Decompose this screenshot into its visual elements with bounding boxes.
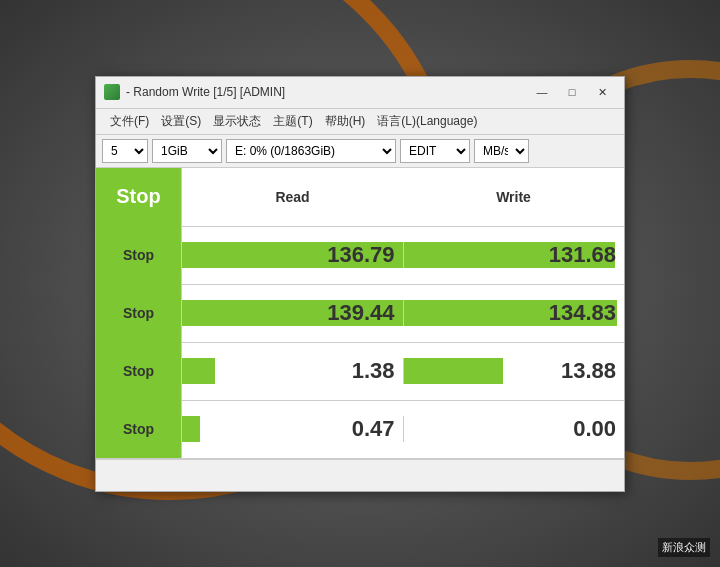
read-value-0: 136.79 — [327, 242, 394, 268]
drive-select[interactable]: E: 0% (0/1863GiB) — [226, 139, 396, 163]
data-rows-container: Stop136.79131.68Stop139.44134.83Stop1.38… — [96, 227, 624, 459]
data-cells: 0.470.00 — [182, 416, 624, 442]
read-cell-2: 1.38 — [182, 358, 404, 384]
menubar: 文件(F)设置(S)显示状态主题(T)帮助(H)语言(L)(Language) — [96, 109, 624, 135]
close-button[interactable]: ✕ — [588, 82, 616, 102]
edit-select[interactable]: EDIT — [400, 139, 470, 163]
write-value-2: 13.88 — [561, 358, 616, 384]
app-icon — [104, 84, 120, 100]
menu-item-f[interactable]: 文件(F) — [104, 111, 155, 132]
stop-button-main[interactable]: Stop — [96, 168, 182, 226]
data-cells: 1.3813.88 — [182, 358, 624, 384]
data-cells: 136.79131.68 — [182, 242, 624, 268]
data-row: Stop1.3813.88 — [96, 343, 624, 401]
unit-select[interactable]: MB/s — [474, 139, 529, 163]
menu-item-[interactable]: 显示状态 — [207, 111, 267, 132]
read-bar-3 — [182, 416, 200, 442]
write-header: Write — [403, 185, 624, 209]
maximize-button[interactable]: □ — [558, 82, 586, 102]
data-row: Stop136.79131.68 — [96, 227, 624, 285]
write-cell-1: 134.83 — [404, 300, 625, 326]
app-window: - Random Write [1/5] [ADMIN] — □ ✕ 文件(F)… — [95, 76, 625, 492]
titlebar-controls: — □ ✕ — [528, 82, 616, 102]
write-cell-2: 13.88 — [404, 358, 625, 384]
write-cell-0: 131.68 — [404, 242, 625, 268]
column-headers: Read Write — [182, 185, 624, 209]
read-cell-3: 0.47 — [182, 416, 404, 442]
write-cell-3: 0.00 — [404, 416, 625, 442]
read-value-3: 0.47 — [352, 416, 395, 442]
data-row: Stop0.470.00 — [96, 401, 624, 459]
read-value-2: 1.38 — [352, 358, 395, 384]
toolbar: 5 1GiB E: 0% (0/1863GiB) EDIT MB/s — [96, 135, 624, 168]
read-cell-1: 139.44 — [182, 300, 404, 326]
menu-item-s[interactable]: 设置(S) — [155, 111, 207, 132]
write-value-0: 131.68 — [549, 242, 616, 268]
size-select[interactable]: 1GiB — [152, 139, 222, 163]
read-cell-0: 136.79 — [182, 242, 404, 268]
titlebar-left: - Random Write [1/5] [ADMIN] — [104, 84, 285, 100]
minimize-button[interactable]: — — [528, 82, 556, 102]
titlebar: - Random Write [1/5] [ADMIN] — □ ✕ — [96, 77, 624, 109]
footer — [96, 459, 624, 491]
read-value-1: 139.44 — [327, 300, 394, 326]
write-value-1: 134.83 — [549, 300, 616, 326]
stop-button-1[interactable]: Stop — [96, 284, 182, 342]
menu-item-t[interactable]: 主题(T) — [267, 111, 318, 132]
stop-button-3[interactable]: Stop — [96, 400, 182, 458]
watermark: 新浪众测 — [658, 538, 710, 557]
count-select[interactable]: 5 — [102, 139, 148, 163]
menu-item-llanguage[interactable]: 语言(L)(Language) — [371, 111, 483, 132]
data-cells: 139.44134.83 — [182, 300, 624, 326]
read-header: Read — [182, 185, 403, 209]
data-row: Stop139.44134.83 — [96, 285, 624, 343]
main-content: Stop Read Write Stop136.79131.68Stop139.… — [96, 168, 624, 459]
stop-button-2[interactable]: Stop — [96, 342, 182, 400]
menu-item-h[interactable]: 帮助(H) — [319, 111, 372, 132]
read-bar-2 — [182, 358, 215, 384]
stop-button-0[interactable]: Stop — [96, 226, 182, 284]
window-title: - Random Write [1/5] [ADMIN] — [126, 85, 285, 99]
write-bar-2 — [404, 358, 503, 384]
header-row: Stop Read Write — [96, 168, 624, 227]
write-value-3: 0.00 — [573, 416, 616, 442]
